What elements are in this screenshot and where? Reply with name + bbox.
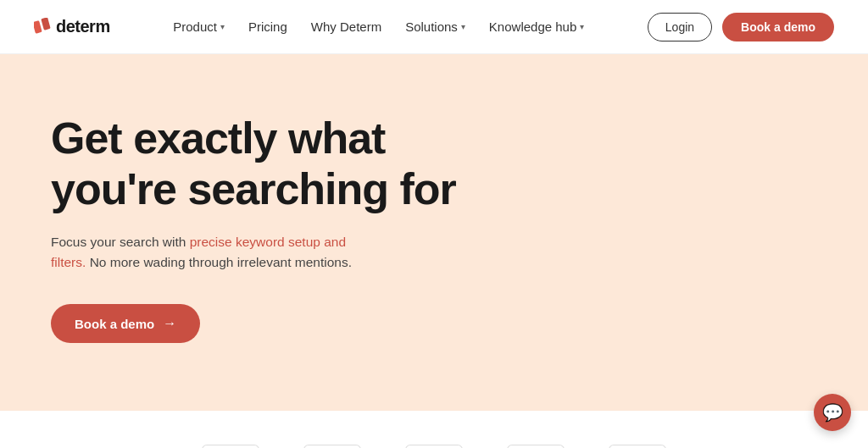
solutions-chevron-icon: ▾ bbox=[461, 22, 465, 31]
nav-pricing-link[interactable]: Pricing bbox=[248, 19, 287, 34]
nav-solutions-link[interactable]: Solutions ▾ bbox=[405, 19, 465, 34]
svg-rect-0 bbox=[34, 20, 42, 34]
navbar: determ Product ▾ Pricing Why Determ Solu… bbox=[0, 0, 868, 54]
main-nav: Product ▾ Pricing Why Determ Solutions ▾… bbox=[173, 19, 584, 34]
badge-shape-1: G EasiestTo Use WINTER 2023 bbox=[202, 445, 259, 448]
nav-why[interactable]: Why Determ bbox=[311, 19, 381, 34]
book-demo-label: Book a demo bbox=[75, 317, 154, 331]
arrow-icon: → bbox=[163, 316, 176, 331]
badge-high-performer-europe: G HighPerformer Europe WINTER 2023 bbox=[400, 445, 468, 448]
nav-knowledge[interactable]: Knowledge hub ▾ bbox=[489, 19, 584, 34]
logo-text: determ bbox=[56, 17, 110, 36]
nav-solutions[interactable]: Solutions ▾ bbox=[405, 19, 465, 34]
hero-subtitle-before: Focus your search with bbox=[51, 235, 190, 249]
chat-icon: 💬 bbox=[822, 402, 843, 423]
badge-most-likely-recommend: G Users MostLikely ToRecommend WINTER 20… bbox=[604, 445, 671, 448]
logo[interactable]: determ bbox=[34, 17, 110, 36]
badge-shape-2: G EasiestSetup Mid-Market WINTER 2023 bbox=[303, 445, 361, 448]
nav-product-link[interactable]: Product ▾ bbox=[173, 19, 225, 34]
logo-icon bbox=[34, 18, 51, 36]
badges-section: G EasiestTo Use WINTER 2023 G EasiestSet… bbox=[0, 411, 868, 448]
book-demo-button-nav[interactable]: Book a demo bbox=[722, 13, 834, 41]
badge-easiest-to-use: G EasiestTo Use WINTER 2023 bbox=[197, 445, 264, 448]
product-chevron-icon: ▾ bbox=[220, 22, 225, 31]
brand-area: determ bbox=[34, 17, 110, 36]
badge-shape-3: G HighPerformer Europe WINTER 2023 bbox=[405, 445, 463, 448]
nav-pricing[interactable]: Pricing bbox=[248, 19, 287, 34]
badge-shape-5: G Users MostLikely ToRecommend WINTER 20… bbox=[609, 445, 666, 448]
hero-title: Get exactly what you're searching for bbox=[51, 113, 492, 215]
knowledge-chevron-icon: ▾ bbox=[580, 22, 584, 31]
badge-easiest-setup: G EasiestSetup Mid-Market WINTER 2023 bbox=[298, 445, 366, 448]
book-demo-button-hero[interactable]: Book a demo → bbox=[51, 304, 200, 343]
login-button[interactable]: Login bbox=[648, 13, 712, 41]
hero-subtitle-after: No more wading through irrelevant mentio… bbox=[86, 255, 352, 269]
hero-section: Get exactly what you're searching for Fo… bbox=[0, 54, 868, 411]
badge-shape-4: G HighPerformer Mid-Market WINTER 2023 bbox=[507, 445, 565, 448]
navbar-actions: Login Book a demo bbox=[648, 13, 834, 41]
svg-rect-1 bbox=[41, 18, 50, 30]
chat-bubble-button[interactable]: 💬 bbox=[814, 394, 851, 431]
hero-subtitle: Focus your search with precise keyword s… bbox=[51, 232, 373, 274]
badge-high-performer-midmarket: G HighPerformer Mid-Market WINTER 2023 bbox=[502, 445, 570, 448]
nav-why-link[interactable]: Why Determ bbox=[311, 19, 381, 34]
nav-product[interactable]: Product ▾ bbox=[173, 19, 225, 34]
nav-knowledge-link[interactable]: Knowledge hub ▾ bbox=[489, 19, 584, 34]
